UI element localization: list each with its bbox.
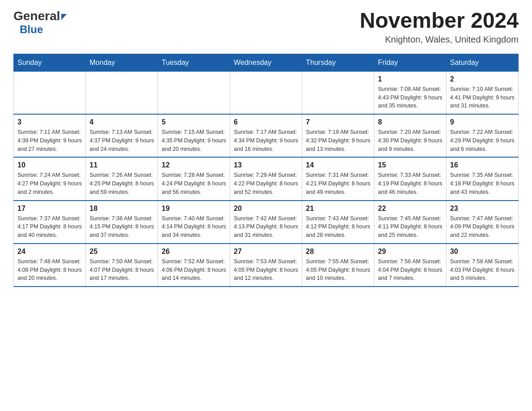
calendar-cell: 17Sunrise: 7:37 AM Sunset: 4:17 PM Dayli…	[14, 201, 86, 244]
calendar-cell: 10Sunrise: 7:24 AM Sunset: 4:27 PM Dayli…	[14, 157, 86, 200]
day-info: Sunrise: 7:28 AM Sunset: 4:24 PM Dayligh…	[162, 171, 226, 196]
day-info: Sunrise: 7:52 AM Sunset: 4:06 PM Dayligh…	[162, 257, 226, 283]
day-number: 5	[162, 118, 226, 126]
title-block: November 2024 Knighton, Wales, United Ki…	[360, 9, 519, 45]
calendar-cell: 14Sunrise: 7:31 AM Sunset: 4:21 PM Dayli…	[302, 157, 374, 200]
day-number: 28	[306, 248, 370, 256]
day-number: 17	[17, 205, 82, 213]
calendar-cell: 11Sunrise: 7:26 AM Sunset: 4:25 PM Dayli…	[86, 157, 158, 200]
day-info: Sunrise: 7:10 AM Sunset: 4:41 PM Dayligh…	[450, 85, 515, 110]
calendar-cell: 22Sunrise: 7:45 AM Sunset: 4:11 PM Dayli…	[374, 201, 446, 244]
day-info: Sunrise: 7:26 AM Sunset: 4:25 PM Dayligh…	[90, 171, 154, 196]
week-row-2: 3Sunrise: 7:11 AM Sunset: 4:39 PM Daylig…	[14, 114, 519, 157]
calendar-cell: 27Sunrise: 7:53 AM Sunset: 4:05 PM Dayli…	[230, 244, 302, 287]
day-header-wednesday: Wednesday	[230, 54, 302, 71]
calendar-cell: 28Sunrise: 7:55 AM Sunset: 4:05 PM Dayli…	[302, 244, 374, 287]
calendar-cell: 25Sunrise: 7:50 AM Sunset: 4:07 PM Dayli…	[86, 244, 158, 287]
calendar-cell: 29Sunrise: 7:56 AM Sunset: 4:04 PM Dayli…	[374, 244, 446, 287]
calendar-cell: 26Sunrise: 7:52 AM Sunset: 4:06 PM Dayli…	[158, 244, 230, 287]
calendar-cell: 1Sunrise: 7:08 AM Sunset: 4:43 PM Daylig…	[374, 71, 446, 114]
day-number: 21	[306, 205, 370, 213]
calendar-cell: 3Sunrise: 7:11 AM Sunset: 4:39 PM Daylig…	[14, 114, 86, 157]
day-info: Sunrise: 7:35 AM Sunset: 4:18 PM Dayligh…	[450, 171, 515, 196]
day-number: 25	[90, 248, 154, 256]
day-number: 4	[90, 118, 154, 126]
day-info: Sunrise: 7:40 AM Sunset: 4:14 PM Dayligh…	[162, 214, 226, 240]
day-info: Sunrise: 7:11 AM Sunset: 4:39 PM Dayligh…	[17, 128, 82, 153]
week-row-5: 24Sunrise: 7:48 AM Sunset: 4:08 PM Dayli…	[14, 244, 519, 287]
day-number: 26	[162, 248, 226, 256]
calendar-cell: 16Sunrise: 7:35 AM Sunset: 4:18 PM Dayli…	[446, 157, 519, 200]
day-number: 9	[450, 118, 515, 126]
logo-arrow-icon	[61, 14, 67, 20]
day-number: 2	[450, 75, 515, 83]
day-header-thursday: Thursday	[302, 54, 374, 71]
day-header-monday: Monday	[86, 54, 158, 71]
day-info: Sunrise: 7:42 AM Sunset: 4:13 PM Dayligh…	[234, 214, 298, 240]
calendar-cell: 4Sunrise: 7:13 AM Sunset: 4:37 PM Daylig…	[86, 114, 158, 157]
day-number: 20	[234, 205, 298, 213]
week-row-3: 10Sunrise: 7:24 AM Sunset: 4:27 PM Dayli…	[14, 157, 519, 200]
day-info: Sunrise: 7:15 AM Sunset: 4:35 PM Dayligh…	[162, 128, 226, 153]
calendar-header-row: SundayMondayTuesdayWednesdayThursdayFrid…	[14, 54, 519, 71]
day-info: Sunrise: 7:55 AM Sunset: 4:05 PM Dayligh…	[306, 257, 370, 283]
day-number: 11	[90, 161, 154, 169]
day-number: 15	[378, 161, 442, 169]
month-title: November 2024	[360, 9, 519, 33]
calendar-cell	[230, 71, 302, 114]
week-row-4: 17Sunrise: 7:37 AM Sunset: 4:17 PM Dayli…	[14, 201, 519, 244]
day-number: 27	[234, 248, 298, 256]
day-number: 12	[162, 161, 226, 169]
logo-general-text: General	[13, 9, 60, 23]
day-info: Sunrise: 7:24 AM Sunset: 4:27 PM Dayligh…	[17, 171, 82, 196]
day-info: Sunrise: 7:33 AM Sunset: 4:19 PM Dayligh…	[378, 171, 442, 196]
day-info: Sunrise: 7:56 AM Sunset: 4:04 PM Dayligh…	[378, 257, 442, 283]
calendar-cell: 19Sunrise: 7:40 AM Sunset: 4:14 PM Dayli…	[158, 201, 230, 244]
calendar-cell: 5Sunrise: 7:15 AM Sunset: 4:35 PM Daylig…	[158, 114, 230, 157]
logo-blue-text: Blue	[20, 23, 43, 35]
day-header-sunday: Sunday	[14, 54, 86, 71]
calendar-cell: 21Sunrise: 7:43 AM Sunset: 4:12 PM Dayli…	[302, 201, 374, 244]
day-header-saturday: Saturday	[446, 54, 519, 71]
calendar-cell	[158, 71, 230, 114]
day-info: Sunrise: 7:38 AM Sunset: 4:15 PM Dayligh…	[90, 214, 154, 240]
calendar-cell: 24Sunrise: 7:48 AM Sunset: 4:08 PM Dayli…	[14, 244, 86, 287]
calendar-cell	[14, 71, 86, 114]
day-info: Sunrise: 7:53 AM Sunset: 4:05 PM Dayligh…	[234, 257, 298, 283]
calendar-cell: 15Sunrise: 7:33 AM Sunset: 4:19 PM Dayli…	[374, 157, 446, 200]
calendar-cell: 7Sunrise: 7:19 AM Sunset: 4:32 PM Daylig…	[302, 114, 374, 157]
day-number: 29	[378, 248, 442, 256]
calendar-cell	[302, 71, 374, 114]
day-info: Sunrise: 7:45 AM Sunset: 4:11 PM Dayligh…	[378, 214, 442, 240]
day-number: 7	[306, 118, 370, 126]
day-header-tuesday: Tuesday	[158, 54, 230, 71]
calendar-cell: 6Sunrise: 7:17 AM Sunset: 4:34 PM Daylig…	[230, 114, 302, 157]
day-info: Sunrise: 7:47 AM Sunset: 4:09 PM Dayligh…	[450, 214, 515, 240]
calendar-cell: 12Sunrise: 7:28 AM Sunset: 4:24 PM Dayli…	[158, 157, 230, 200]
day-info: Sunrise: 7:50 AM Sunset: 4:07 PM Dayligh…	[90, 257, 154, 283]
day-number: 14	[306, 161, 370, 169]
calendar-table: SundayMondayTuesdayWednesdayThursdayFrid…	[13, 54, 519, 287]
calendar-cell: 2Sunrise: 7:10 AM Sunset: 4:41 PM Daylig…	[446, 71, 519, 114]
day-number: 22	[378, 205, 442, 213]
day-info: Sunrise: 7:08 AM Sunset: 4:43 PM Dayligh…	[378, 85, 442, 110]
week-row-1: 1Sunrise: 7:08 AM Sunset: 4:43 PM Daylig…	[14, 71, 519, 114]
day-header-friday: Friday	[374, 54, 446, 71]
day-info: Sunrise: 7:20 AM Sunset: 4:30 PM Dayligh…	[378, 128, 442, 153]
calendar-cell: 13Sunrise: 7:29 AM Sunset: 4:22 PM Dayli…	[230, 157, 302, 200]
day-number: 24	[17, 248, 82, 256]
day-info: Sunrise: 7:43 AM Sunset: 4:12 PM Dayligh…	[306, 214, 370, 240]
day-info: Sunrise: 7:22 AM Sunset: 4:29 PM Dayligh…	[450, 128, 515, 153]
day-info: Sunrise: 7:31 AM Sunset: 4:21 PM Dayligh…	[306, 171, 370, 196]
calendar-cell: 18Sunrise: 7:38 AM Sunset: 4:15 PM Dayli…	[86, 201, 158, 244]
calendar-cell: 23Sunrise: 7:47 AM Sunset: 4:09 PM Dayli…	[446, 201, 519, 244]
day-number: 3	[17, 118, 82, 126]
day-info: Sunrise: 7:13 AM Sunset: 4:37 PM Dayligh…	[90, 128, 154, 153]
day-number: 23	[450, 205, 515, 213]
day-number: 8	[378, 118, 442, 126]
day-number: 1	[378, 75, 442, 83]
day-info: Sunrise: 7:48 AM Sunset: 4:08 PM Dayligh…	[17, 257, 82, 283]
calendar-cell: 8Sunrise: 7:20 AM Sunset: 4:30 PM Daylig…	[374, 114, 446, 157]
page-header: General Blue November 2024 Knighton, Wal…	[13, 9, 519, 45]
day-number: 19	[162, 205, 226, 213]
